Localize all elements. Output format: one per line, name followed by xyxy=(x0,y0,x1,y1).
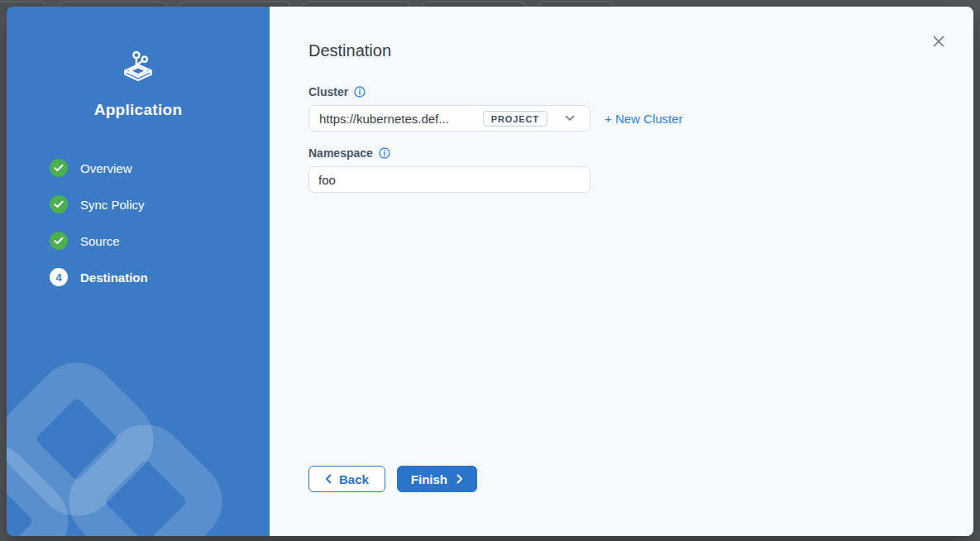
namespace-label-row: Namespace xyxy=(308,146,934,160)
step-number-circle: 4 xyxy=(50,268,68,286)
new-cluster-link[interactable]: + New Cluster xyxy=(605,112,683,126)
namespace-field-group: Namespace xyxy=(308,146,934,193)
wizard-steps: Overview Sync Policy Source xyxy=(50,159,253,304)
step-overview[interactable]: Overview xyxy=(50,159,253,177)
close-button[interactable] xyxy=(930,33,947,50)
cluster-row: https://kubernetes.def... PROJECT + New … xyxy=(308,105,934,132)
chevron-right-icon xyxy=(457,474,463,484)
close-icon xyxy=(933,36,944,47)
back-button-label: Back xyxy=(339,472,369,486)
wizard-sidebar: Application Overview Sync Policy xyxy=(7,7,270,536)
step-label: Overview xyxy=(80,161,132,175)
step-destination[interactable]: 4 Destination xyxy=(50,268,253,286)
step-done-circle xyxy=(50,159,68,177)
finish-button[interactable]: Finish xyxy=(397,466,477,492)
destination-step-panel: Destination Cluster https://kubernetes.d… xyxy=(270,7,973,536)
chevron-left-icon xyxy=(325,474,332,484)
step-sync-policy[interactable]: Sync Policy xyxy=(50,195,253,213)
info-icon[interactable] xyxy=(379,147,390,159)
cluster-label: Cluster xyxy=(308,85,348,98)
step-label: Source xyxy=(80,234,120,248)
project-badge: PROJECT xyxy=(483,111,547,127)
application-logo-icon xyxy=(119,50,157,84)
cluster-label-row: Cluster xyxy=(308,85,934,98)
page-title: Destination xyxy=(308,41,934,60)
backdrop xyxy=(0,0,980,7)
info-icon[interactable] xyxy=(354,86,366,98)
step-done-circle xyxy=(50,195,68,213)
namespace-label: Namespace xyxy=(308,146,373,160)
step-source[interactable]: Source xyxy=(50,232,253,250)
check-icon xyxy=(54,164,64,172)
wizard-footer: Back Finish xyxy=(308,466,477,492)
sidebar-watermark-pattern xyxy=(7,271,270,536)
cluster-selected-value: https://kubernetes.def... xyxy=(319,112,449,126)
finish-button-label: Finish xyxy=(411,472,447,486)
chevron-down-icon xyxy=(565,115,575,122)
check-icon xyxy=(54,237,64,245)
step-done-circle xyxy=(50,232,68,250)
sidebar-header: Application xyxy=(7,50,270,119)
cluster-select[interactable]: https://kubernetes.def... PROJECT xyxy=(308,105,590,132)
step-label: Sync Policy xyxy=(80,198,145,212)
application-wizard-modal: Application Overview Sync Policy xyxy=(7,7,973,536)
check-icon xyxy=(54,200,64,208)
wizard-title: Application xyxy=(7,101,270,119)
back-button[interactable]: Back xyxy=(308,466,385,492)
cluster-field-group: Cluster https://kubernetes.def... PROJEC… xyxy=(308,85,934,132)
namespace-input[interactable] xyxy=(308,166,590,193)
step-label: Destination xyxy=(80,270,148,285)
